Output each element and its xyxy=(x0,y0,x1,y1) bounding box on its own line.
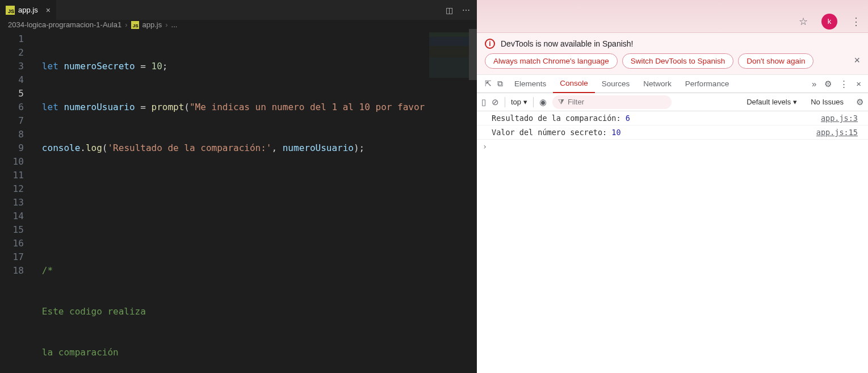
line-number: 6 xyxy=(0,100,33,114)
console-output[interactable]: Resultado de la comparación: 6 app.js:3 … xyxy=(477,111,868,373)
close-icon[interactable]: × xyxy=(854,55,860,66)
line-number: 18 xyxy=(0,264,33,278)
close-icon[interactable]: × xyxy=(856,79,861,89)
tab-network[interactable]: Network xyxy=(636,75,678,93)
context-selector[interactable]: top ▾ xyxy=(511,98,527,106)
code-token: la comparación xyxy=(42,347,119,358)
browser-menu-icon[interactable]: ⋮ xyxy=(851,15,861,28)
line-number: 1 xyxy=(0,32,33,46)
chevron-right-icon: › xyxy=(125,20,127,29)
editor-tabbar: JS app.js × ◫ ⋯ xyxy=(0,0,477,20)
tab-label: app.js xyxy=(18,6,38,14)
breadcrumb-more[interactable]: ... xyxy=(171,20,178,29)
switch-to-spanish-button[interactable]: Switch DevTools to Spanish xyxy=(622,53,734,69)
log-message: Resultado de la comparación: 6 xyxy=(492,114,821,123)
more-tabs-icon[interactable]: » xyxy=(812,79,816,89)
separator xyxy=(533,97,534,107)
breadcrumb-file[interactable]: app.js xyxy=(142,20,162,29)
filter-icon: ⧩ xyxy=(558,98,564,107)
log-message: Valor del número secreto: 10 xyxy=(492,128,816,137)
code-token: = xyxy=(135,102,152,112)
more-actions-icon[interactable]: ⋯ xyxy=(462,6,470,15)
code-editor[interactable]: let numeroSecreto = 10; let numeroUsuari… xyxy=(33,29,425,373)
line-number: 10 xyxy=(0,155,33,169)
chevron-right-icon: › xyxy=(165,20,167,29)
clear-console-icon[interactable]: ⊘ xyxy=(492,97,499,107)
live-expression-icon[interactable]: ◉ xyxy=(539,97,547,107)
editor-area: 1 2 3 4 5 6 7 8 9 10 11 12 13 14 15 16 1… xyxy=(0,29,477,373)
filter-field[interactable]: ⧩ xyxy=(552,95,672,109)
language-banner: i DevTools is now available in Spanish! … xyxy=(477,33,868,75)
breadcrumbs[interactable]: 2034-logica-programacion-1-Aula1 › JS ap… xyxy=(0,20,477,29)
chevron-down-icon: ▾ xyxy=(523,98,527,106)
profile-avatar[interactable]: k xyxy=(821,14,837,30)
line-number: 7 xyxy=(0,114,33,128)
issues-status[interactable]: No Issues xyxy=(811,98,844,106)
tab-performance[interactable]: Performance xyxy=(678,75,736,93)
log-source-link[interactable]: app.js:15 xyxy=(816,128,858,137)
log-text: Valor del número secreto: xyxy=(492,128,611,137)
code-token: prompt xyxy=(152,102,184,112)
close-icon[interactable]: × xyxy=(46,6,51,15)
browser-pane: ☆ k ⋮ i DevTools is now available in Spa… xyxy=(477,0,868,373)
line-number: 4 xyxy=(0,73,33,87)
code-token: let xyxy=(42,61,58,72)
js-file-icon: JS xyxy=(131,21,139,29)
console-toolbar: ▯ ⊘ top ▾ ◉ ⧩ Default levels ▾ No Issues… xyxy=(477,93,868,111)
separator xyxy=(505,97,505,107)
code-token: = xyxy=(135,61,152,72)
line-number: 17 xyxy=(0,250,33,264)
log-levels-selector[interactable]: Default levels ▾ xyxy=(747,98,797,106)
line-number: 14 xyxy=(0,209,33,223)
code-token: let xyxy=(42,102,58,112)
code-token: , xyxy=(271,143,282,153)
log-source-link[interactable]: app.js:3 xyxy=(821,114,858,123)
info-icon: i xyxy=(485,39,495,49)
settings-gear-icon[interactable]: ⚙ xyxy=(824,79,832,89)
device-toolbar-icon[interactable]: ⧉ xyxy=(497,79,503,89)
line-number: 16 xyxy=(0,237,33,250)
minimap[interactable] xyxy=(425,29,477,373)
code-token: numeroUsuario xyxy=(64,102,135,112)
toggle-sidebar-icon[interactable]: ▯ xyxy=(481,97,486,107)
console-prompt[interactable]: › xyxy=(477,140,868,153)
breadcrumb-folder[interactable]: 2034-logica-programacion-1-Aula1 xyxy=(8,20,121,29)
split-editor-icon[interactable]: ◫ xyxy=(446,6,453,15)
minimap-slider[interactable] xyxy=(469,29,477,80)
js-file-icon: JS xyxy=(6,6,15,15)
log-value: 6 xyxy=(626,114,630,123)
line-number: 15 xyxy=(0,223,33,237)
line-number: 2 xyxy=(0,46,33,60)
code-token: "Me indicas un numero del 1 al 10 por fa… xyxy=(190,102,425,112)
console-log-row: Valor del número secreto: 10 app.js:15 xyxy=(477,125,868,140)
tab-elements[interactable]: Elements xyxy=(508,75,553,93)
bookmark-star-icon[interactable]: ☆ xyxy=(799,15,808,28)
always-match-language-button[interactable]: Always match Chrome's language xyxy=(485,53,618,69)
log-value: 10 xyxy=(611,128,620,137)
dont-show-again-button[interactable]: Don't show again xyxy=(738,53,814,69)
tab-console[interactable]: Console xyxy=(553,75,595,93)
line-number: 5 xyxy=(0,87,33,100)
console-settings-gear-icon[interactable]: ⚙ xyxy=(856,97,863,107)
code-token: 10 xyxy=(152,61,162,72)
code-token: ; xyxy=(162,61,168,72)
code-token: /* xyxy=(42,265,53,276)
line-number: 3 xyxy=(0,60,33,73)
banner-title: DevTools is now available in Spanish! xyxy=(501,39,633,48)
line-number: 9 xyxy=(0,141,33,155)
editor-actions: ◫ ⋯ xyxy=(446,6,477,15)
tab-app-js[interactable]: JS app.js × xyxy=(0,0,57,20)
line-number: 12 xyxy=(0,182,33,196)
code-token: numeroSecreto xyxy=(64,61,135,72)
code-token: ( xyxy=(184,102,190,112)
code-token: ); xyxy=(354,143,364,153)
inspect-element-icon[interactable]: ⇱ xyxy=(485,79,492,89)
minimap-preview xyxy=(429,32,475,78)
filter-input[interactable] xyxy=(568,98,666,106)
tab-sources[interactable]: Sources xyxy=(595,75,637,93)
code-token: log xyxy=(86,143,102,153)
line-number: 11 xyxy=(0,169,33,182)
context-label: top xyxy=(511,98,521,106)
code-token: console xyxy=(42,143,80,153)
kebab-menu-icon[interactable]: ⋮ xyxy=(840,79,848,89)
